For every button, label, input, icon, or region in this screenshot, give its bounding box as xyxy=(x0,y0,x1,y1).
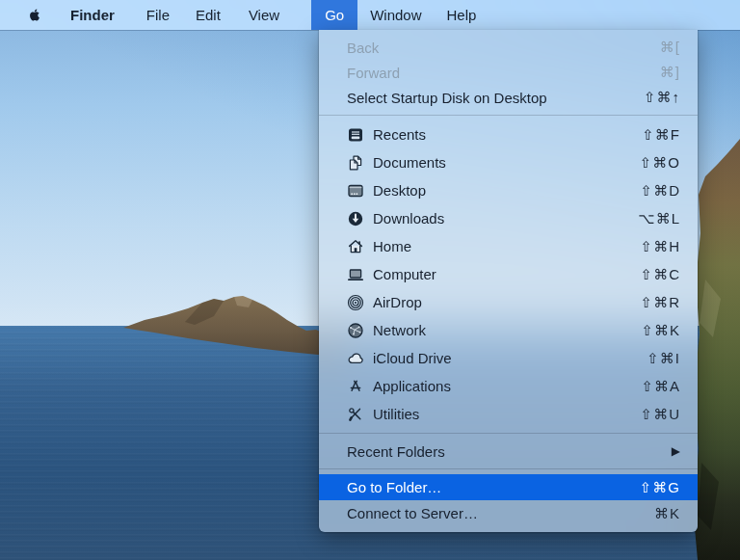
documents-icon xyxy=(347,154,364,172)
menu-item-home[interactable]: Home ⇧⌘H xyxy=(319,232,698,260)
menu-item-utilities[interactable]: Utilities ⇧⌘U xyxy=(319,400,698,428)
applications-icon xyxy=(347,378,364,395)
home-icon xyxy=(347,238,364,255)
menu-item-shortcut: ⇧⌘F xyxy=(642,126,680,144)
menu-separator xyxy=(319,468,698,469)
downloads-icon xyxy=(347,210,364,227)
menu-item-airdrop[interactable]: AirDrop ⇧⌘R xyxy=(319,288,698,316)
menubar-item-edit[interactable]: Edit xyxy=(196,7,221,23)
menu-item-go-to-folder[interactable]: Go to Folder… ⇧⌘G xyxy=(319,474,698,500)
menubar-item-finder[interactable]: Finder xyxy=(70,7,115,23)
menu-item-shortcut: ⇧⌘I xyxy=(647,350,680,367)
menu-item-shortcut: ⇧⌘↑ xyxy=(644,89,680,106)
menu-item-select-startup-disk[interactable]: Select Startup Disk on Desktop ⇧⌘↑ xyxy=(319,85,698,110)
menu-item-label: Computer xyxy=(373,266,436,282)
menu-item-label: Recent Folders xyxy=(347,443,445,460)
menu-item-computer[interactable]: Computer ⇧⌘C xyxy=(319,260,698,288)
menu-item-label: Recents xyxy=(373,126,426,143)
menu-item-downloads[interactable]: Downloads ⌥⌘L xyxy=(319,204,698,232)
computer-icon xyxy=(347,266,364,283)
menu-item-shortcut: ⇧⌘A xyxy=(641,378,680,395)
menu-item-shortcut: ⇧⌘D xyxy=(641,182,680,200)
menu-item-shortcut: ⌘K xyxy=(654,505,680,522)
menu-item-connect-to-server[interactable]: Connect to Server… ⌘K xyxy=(319,500,698,526)
menu-item-shortcut: ⇧⌘G xyxy=(640,479,680,496)
desktop-screen: Finder File Edit View Go Window Help Bac… xyxy=(0,0,740,560)
menu-item-label: Documents xyxy=(373,154,446,171)
menu-item-shortcut: ⇧⌘C xyxy=(641,266,680,283)
menu-item-desktop[interactable]: Desktop ⇧⌘D xyxy=(319,176,698,204)
menu-item-label: Desktop xyxy=(373,182,426,199)
menu-item-applications[interactable]: Applications ⇧⌘A xyxy=(319,372,698,400)
wallpaper-cliff xyxy=(692,135,740,560)
airdrop-icon xyxy=(347,294,364,311)
network-icon xyxy=(347,322,364,339)
menu-item-label: Connect to Server… xyxy=(347,505,478,521)
menu-item-label: Applications xyxy=(373,378,451,394)
desktop-icon xyxy=(347,182,364,200)
menu-item-shortcut: ⌘[ xyxy=(660,39,680,56)
submenu-arrow-icon: ▶ xyxy=(672,445,680,457)
menu-item-label: Downloads xyxy=(373,210,444,227)
menu-item-shortcut: ⌥⌘L xyxy=(638,210,680,227)
menu-item-documents[interactable]: Documents ⇧⌘O xyxy=(319,148,698,176)
menu-item-label: Forward xyxy=(347,65,400,81)
apple-menu[interactable] xyxy=(28,7,42,23)
menubar-item-view[interactable]: View xyxy=(249,7,279,23)
menu-item-shortcut: ⇧⌘U xyxy=(641,406,680,423)
menubar-item-file[interactable]: File xyxy=(146,7,170,23)
menu-item-shortcut: ⇧⌘H xyxy=(641,238,680,255)
menu-item-label: Utilities xyxy=(373,406,419,422)
menu-item-icloud-drive[interactable]: iCloud Drive ⇧⌘I xyxy=(319,344,698,372)
menubar-item-help[interactable]: Help xyxy=(447,7,477,23)
menu-item-network[interactable]: Network ⇧⌘K xyxy=(319,316,698,344)
menu-item-label: iCloud Drive xyxy=(373,350,452,366)
menu-item-shortcut: ⇧⌘K xyxy=(641,322,680,339)
menu-bar: Finder File Edit View Go Window Help xyxy=(0,0,740,30)
menu-item-shortcut: ⇧⌘R xyxy=(641,294,680,311)
menu-item-label: Go to Folder… xyxy=(347,479,441,495)
menu-item-label: Home xyxy=(373,238,411,254)
menu-item-back: Back ⌘[ xyxy=(319,35,698,60)
menu-separator xyxy=(319,115,698,116)
menu-item-label: Network xyxy=(373,322,426,338)
menu-item-shortcut: ⇧⌘O xyxy=(640,154,680,172)
menu-item-label: AirDrop xyxy=(373,294,422,310)
menu-item-label: Back xyxy=(347,40,379,56)
menu-separator xyxy=(319,433,698,434)
recents-icon xyxy=(347,126,364,144)
go-dropdown-menu: Back ⌘[ Forward ⌘] Select Startup Disk o… xyxy=(319,30,698,532)
menu-item-label: Select Startup Disk on Desktop xyxy=(347,90,547,106)
menu-item-recent-folders[interactable]: Recent Folders ▶ xyxy=(319,439,698,464)
icloud-icon xyxy=(347,350,364,367)
utilities-icon xyxy=(347,406,364,423)
menu-item-forward: Forward ⌘] xyxy=(319,60,698,85)
menubar-item-go-active[interactable]: Go xyxy=(311,0,357,30)
menu-item-shortcut: ⌘] xyxy=(660,64,680,81)
apple-logo-icon xyxy=(28,7,42,23)
wallpaper-island xyxy=(96,284,357,361)
menubar-item-window[interactable]: Window xyxy=(370,7,421,23)
menu-item-recents[interactable]: Recents ⇧⌘F xyxy=(319,120,698,148)
